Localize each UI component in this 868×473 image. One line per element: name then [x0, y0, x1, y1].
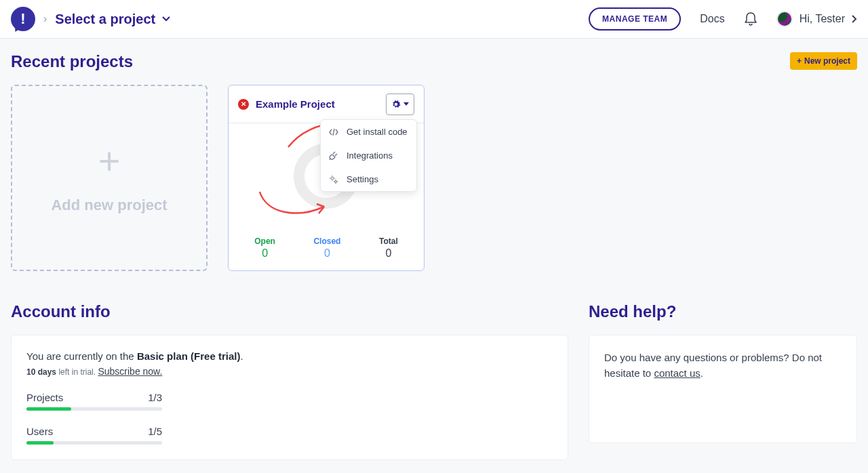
app-logo[interactable]: !: [11, 7, 35, 31]
code-icon: [329, 128, 338, 136]
project-name: Example Project: [256, 98, 379, 110]
subscribe-link[interactable]: Subscribe now.: [98, 366, 162, 377]
stat-label: Open: [254, 236, 275, 246]
recent-projects-title: Recent projects: [11, 52, 857, 71]
stat-value: 0: [313, 247, 340, 260]
chevron-down-icon: [162, 16, 170, 22]
user-menu[interactable]: Hi, Tester: [776, 11, 857, 27]
menu-item-integrations[interactable]: Integrations: [321, 144, 416, 167]
projects-usage-row: Projects 1/3: [26, 392, 162, 403]
users-usage-label: Users: [26, 426, 53, 437]
project-settings-dropdown: Get install code Integrations Settings: [320, 119, 417, 192]
projects-usage-value: 1/3: [148, 392, 162, 403]
account-trial-line: 10 days left in trial. Subscribe now.: [26, 366, 553, 377]
users-usage-row: Users 1/5: [26, 426, 162, 437]
menu-item-settings[interactable]: Settings: [321, 167, 416, 191]
menu-item-label: Integrations: [347, 150, 393, 161]
new-project-button[interactable]: + New project: [790, 52, 857, 70]
stat-value: 0: [379, 247, 398, 260]
manage-team-button[interactable]: MANAGE TEAM: [589, 7, 681, 30]
contact-us-link[interactable]: contact us: [654, 367, 700, 379]
plus-large-icon: +: [98, 142, 121, 180]
main-content: Recent projects + New project + Add new …: [0, 39, 868, 473]
need-help-title: Need help?: [589, 302, 857, 321]
user-greeting: Hi, Tester: [800, 13, 845, 25]
plus-icon: +: [797, 56, 802, 66]
users-usage-bar: [26, 441, 162, 445]
stat-total: Total 0: [379, 236, 398, 260]
stat-label: Total: [379, 236, 398, 246]
project-settings-button[interactable]: [386, 94, 414, 115]
svg-point-0: [331, 177, 334, 180]
menu-item-install-code[interactable]: Get install code: [321, 120, 416, 144]
app-header: ! › Select a project MANAGE TEAM Docs Hi…: [0, 0, 868, 39]
notifications-button[interactable]: [744, 12, 757, 26]
bell-icon: [744, 12, 757, 26]
chevron-right-icon: [852, 15, 857, 23]
plug-icon: [329, 151, 338, 161]
docs-link[interactable]: Docs: [700, 13, 724, 25]
menu-item-label: Get install code: [347, 127, 408, 137]
menu-item-label: Settings: [347, 174, 378, 184]
svg-point-1: [335, 180, 337, 182]
project-card[interactable]: ✕ Example Project Get install code: [228, 85, 425, 271]
projects-usage-label: Projects: [26, 392, 63, 403]
stat-open: Open 0: [254, 236, 275, 260]
help-text: Do you have any questions or problems? D…: [604, 350, 842, 381]
cogs-icon: [329, 175, 338, 184]
project-card-header: ✕ Example Project: [229, 85, 424, 123]
breadcrumb-chevron-icon: ›: [43, 13, 47, 25]
add-project-label: Add new project: [51, 197, 167, 214]
projects-usage-bar: [26, 407, 162, 411]
stat-closed: Closed 0: [313, 236, 340, 260]
stat-value: 0: [254, 247, 275, 260]
projects-row: + Add new project ✕ Example Project Get …: [11, 85, 857, 271]
project-stats: Open 0 Closed 0 Total 0: [229, 228, 424, 270]
account-plan-line: You are currently on the Basic plan (Fre…: [26, 350, 553, 362]
need-help-card: Do you have any questions or problems? D…: [589, 335, 857, 443]
account-info-card: You are currently on the Basic plan (Fre…: [11, 335, 568, 460]
bottom-row: Account info You are currently on the Ba…: [11, 302, 857, 460]
project-selector-label: Select a project: [55, 12, 155, 27]
project-selector[interactable]: Select a project: [55, 12, 170, 27]
project-status-error-icon: ✕: [238, 99, 249, 110]
avatar: [776, 11, 793, 27]
caret-down-icon: [403, 102, 409, 106]
add-project-card[interactable]: + Add new project: [11, 85, 208, 271]
stat-label: Closed: [313, 236, 340, 246]
users-usage-value: 1/5: [148, 426, 162, 437]
account-info-title: Account info: [11, 302, 568, 321]
new-project-label: New project: [804, 56, 850, 66]
gear-icon: [391, 100, 401, 109]
